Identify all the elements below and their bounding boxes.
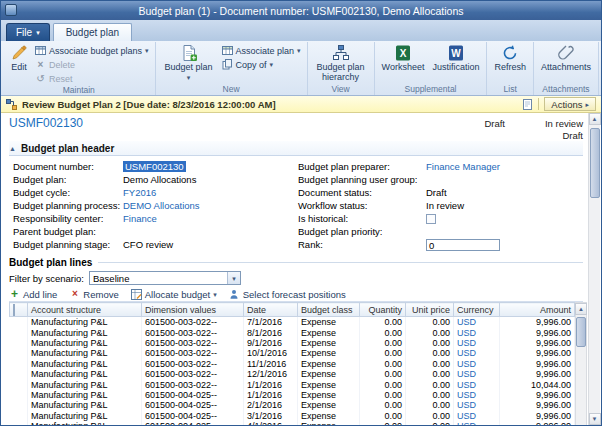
workflow-icon [6, 99, 17, 110]
cell-account-structure: Manufacturing P&L [28, 369, 142, 379]
refresh-button[interactable]: Refresh [491, 42, 529, 73]
select-dropdown-button[interactable]: ▾ [227, 272, 240, 284]
select-forecast-positions-button[interactable]: Select forecast positions [229, 289, 346, 300]
cell-account-structure: Manufacturing P&L [28, 421, 142, 425]
cell-dimension-values: 601500-003-022-- [142, 338, 244, 348]
currency-link[interactable]: USD [457, 338, 476, 348]
cell-dimension-values: 601500-004-025-- [142, 421, 244, 425]
cell-currency: USD [454, 338, 500, 348]
table-row[interactable]: Manufacturing P&L601500-003-022--9/1/201… [10, 338, 575, 348]
justification-button[interactable]: W Justification [429, 42, 482, 73]
table-row[interactable]: Manufacturing P&L601500-004-025--1/1/201… [10, 390, 575, 400]
table-row[interactable]: Manufacturing P&L601500-003-022--8/1/201… [10, 327, 575, 337]
table-body: Manufacturing P&L601500-003-022--7/1/201… [10, 317, 575, 426]
column-header-amount[interactable]: Amount [500, 303, 575, 317]
cell-quantity: 0.00 [360, 348, 406, 358]
cell-select [10, 359, 28, 369]
currency-link[interactable]: USD [457, 400, 476, 410]
field-label: Budget cycle: [13, 187, 123, 198]
table-row[interactable]: Manufacturing P&L601500-003-022--11/1/20… [10, 359, 575, 369]
worksheet-button[interactable]: X Worksheet [379, 42, 428, 73]
grid-scroll-up-icon[interactable]: ▲ [575, 303, 587, 315]
field-value-link[interactable]: DEMO Allocations [123, 200, 200, 211]
word-justification-icon: W [447, 44, 465, 62]
currency-link[interactable]: USD [457, 359, 476, 369]
attachments-button[interactable]: Attachments [538, 42, 594, 73]
associate-plan-button[interactable]: Associate plan ▾ [220, 44, 303, 57]
currency-link[interactable]: USD [457, 328, 476, 338]
table-row[interactable]: Manufacturing P&L601500-003-022--12/1/20… [10, 369, 575, 379]
table-row[interactable]: Manufacturing P&L601500-003-022--7/1/201… [10, 317, 575, 328]
field-value: Draft [426, 187, 447, 198]
new-budget-plan-button[interactable]: Budget plan ▾ [160, 42, 218, 83]
currency-link[interactable]: USD [457, 421, 476, 425]
form-field: Document number:USMF002130 [13, 160, 298, 173]
field-value-link[interactable]: FY2016 [123, 187, 156, 198]
field-value-link[interactable]: Finance Manager [426, 161, 500, 172]
rank-input[interactable]: 0 [426, 239, 500, 251]
remove-button[interactable]: × Remove [69, 289, 118, 300]
cell-currency: USD [454, 411, 500, 421]
column-header-select[interactable] [10, 303, 28, 317]
actions-button[interactable]: Actions ▸ [544, 97, 596, 111]
fasttab-budget-plan-header[interactable]: ▲ Budget plan header [9, 141, 583, 156]
page-scroll-down-icon[interactable]: ▼ [589, 413, 601, 425]
form-field: Budget plan priority: [298, 225, 583, 238]
group-label-maintain: Maintain [7, 84, 151, 96]
currency-link[interactable]: USD [457, 317, 476, 327]
cell-quantity: 0.00 [360, 400, 406, 410]
column-header-unit-price[interactable]: Unit price [406, 303, 454, 317]
dropdown-arrow-icon: ▾ [187, 74, 191, 81]
divider [98, 262, 583, 263]
field-value-selected[interactable]: USMF002130 [123, 161, 186, 172]
column-header-date[interactable]: Date [244, 303, 298, 317]
column-header-account-structure[interactable]: Account structure [28, 303, 142, 317]
is-historical-checkbox[interactable] [426, 214, 436, 224]
cell-budget-class: Expense [298, 338, 360, 348]
cell-account-structure: Manufacturing P&L [28, 327, 142, 337]
file-menu-button[interactable]: File ▾ [6, 23, 50, 41]
column-header-currency[interactable]: Currency [454, 303, 500, 317]
flyout-arrow-icon: ▸ [585, 101, 589, 108]
edit-button[interactable]: Edit [7, 42, 31, 73]
page-scroll-thumb[interactable] [590, 128, 600, 198]
table-row[interactable]: Manufacturing P&L601500-003-022--1/1/201… [10, 379, 575, 389]
cell-quantity: 0.00 [360, 411, 406, 421]
cell-currency: USD [454, 317, 500, 328]
table-row[interactable]: Manufacturing P&L601500-004-025--2/1/201… [10, 400, 575, 410]
table-row[interactable]: Manufacturing P&L601500-004-025--3/1/201… [10, 411, 575, 421]
allocate-budget-button[interactable]: Allocate budget ▾ [131, 289, 217, 300]
field-label: Budget planning process: [13, 200, 123, 211]
associate-budget-plans-button[interactable]: Associate budget plans ▾ [33, 44, 151, 57]
associate-budget-plans-label: Associate budget plans [49, 46, 142, 56]
column-header-budget-class[interactable]: Budget class [298, 303, 360, 317]
column-header-dimension-values[interactable]: Dimension values [142, 303, 244, 317]
table-row[interactable]: Manufacturing P&L601500-003-022--10/1/20… [10, 348, 575, 358]
cell-currency: USD [454, 400, 500, 410]
select-all-checkbox[interactable] [13, 304, 15, 316]
column-header-quantity[interactable]: Quantity [360, 303, 406, 317]
page-scroll-up-icon[interactable]: ▲ [589, 113, 601, 125]
currency-link[interactable]: USD [457, 390, 476, 400]
currency-link[interactable]: USD [457, 348, 476, 358]
scenario-select[interactable]: Baseline ▾ [89, 271, 241, 285]
tab-budget-plan[interactable]: Budget plan [53, 23, 132, 41]
grid-scroll-thumb[interactable] [576, 317, 586, 347]
stage-status-value: Draft [562, 130, 583, 141]
table-row[interactable]: Manufacturing P&L601500-004-025--4/1/201… [10, 421, 575, 425]
currency-link[interactable]: USD [457, 411, 476, 421]
field-label: Parent budget plan: [13, 226, 123, 237]
grid-scrollbar[interactable]: ▲ ▼ [575, 302, 587, 425]
currency-link[interactable]: USD [457, 380, 476, 390]
ribbon-tab-strip: File ▾ Budget plan [1, 20, 601, 41]
cell-account-structure: Manufacturing P&L [28, 359, 142, 369]
add-line-button[interactable]: + Add line [9, 289, 57, 300]
cell-select [10, 411, 28, 421]
workflow-history-icon[interactable] [522, 99, 533, 110]
record-id: USMF002130 [9, 116, 444, 130]
page-scrollbar[interactable]: ▲ ▼ [588, 113, 600, 425]
copy-of-button[interactable]: Copy of ▾ [220, 58, 303, 71]
budget-plan-hierarchy-button[interactable]: Budget plan hierarchy [312, 42, 370, 83]
field-value-link[interactable]: Finance [123, 213, 157, 224]
currency-link[interactable]: USD [457, 369, 476, 379]
